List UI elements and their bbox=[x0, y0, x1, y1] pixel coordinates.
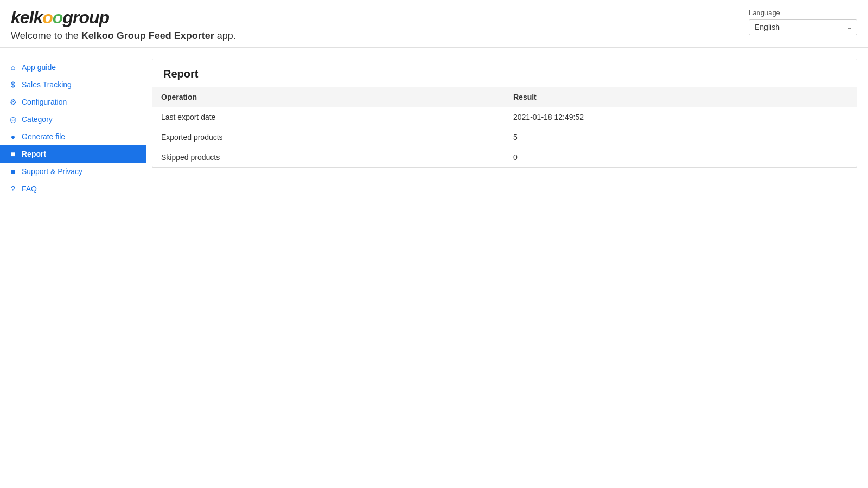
top-bar: kelkoogroup Welcome to the Kelkoo Group … bbox=[0, 0, 868, 48]
logo-part2: group bbox=[62, 8, 109, 27]
report-title: Report bbox=[152, 59, 857, 87]
language-select[interactable]: English French German Spanish bbox=[749, 20, 843, 35]
sidebar-item-category[interactable]: ◎ Category bbox=[0, 111, 146, 128]
sidebar-item-label: Generate file bbox=[22, 132, 65, 141]
sidebar-item-generate-file[interactable]: ● Generate file bbox=[0, 128, 146, 145]
welcome-bold: Kelkoo Group Feed Exporter bbox=[81, 30, 214, 41]
content-area: Report Operation Result Last export date… bbox=[146, 53, 868, 203]
language-label: Language bbox=[749, 9, 780, 17]
language-area: Language English French German Spanish ⌄ bbox=[749, 9, 857, 35]
table-row: Skipped products0 bbox=[152, 147, 857, 168]
question-icon: ? bbox=[9, 184, 17, 193]
sidebar-item-label: Sales Tracking bbox=[22, 80, 72, 89]
table-header-row: Operation Result bbox=[152, 87, 857, 107]
sidebar-item-label: Category bbox=[22, 115, 53, 124]
table-row: Exported products5 bbox=[152, 127, 857, 147]
sidebar-item-report[interactable]: ■ Report bbox=[0, 145, 146, 163]
sidebar-item-label: Configuration bbox=[22, 98, 67, 106]
sidebar-item-label: FAQ bbox=[22, 184, 37, 193]
circle-icon: ◎ bbox=[9, 115, 17, 124]
sidebar-item-label: App guide bbox=[22, 63, 56, 72]
table-row: Last export date2021-01-18 12:49:52 bbox=[152, 107, 857, 127]
logo: kelkoogroup bbox=[11, 9, 236, 26]
sidebar-item-app-guide[interactable]: ⌂ App guide bbox=[0, 59, 146, 76]
gear-icon: ⚙ bbox=[9, 98, 17, 106]
sidebar: ⌂ App guide $ Sales Tracking ⚙ Configura… bbox=[0, 53, 146, 203]
cell-result: 5 bbox=[505, 127, 857, 147]
sidebar-item-configuration[interactable]: ⚙ Configuration bbox=[0, 93, 146, 111]
dot-icon: ● bbox=[9, 132, 17, 141]
cell-result: 2021-01-18 12:49:52 bbox=[505, 107, 857, 127]
welcome-suffix: app. bbox=[214, 30, 236, 41]
sidebar-item-label: Report bbox=[22, 150, 46, 158]
logo-o1: o bbox=[42, 8, 53, 27]
logo-o2: o bbox=[53, 8, 63, 27]
sidebar-item-faq[interactable]: ? FAQ bbox=[0, 180, 146, 197]
cell-result: 0 bbox=[505, 147, 857, 168]
welcome-text: Welcome to the Kelkoo Group Feed Exporte… bbox=[11, 30, 236, 42]
language-select-wrapper[interactable]: English French German Spanish ⌄ bbox=[749, 19, 857, 35]
cell-operation: Last export date bbox=[152, 107, 505, 127]
main-layout: ⌂ App guide $ Sales Tracking ⚙ Configura… bbox=[0, 48, 868, 203]
sidebar-item-support-privacy[interactable]: ■ Support & Privacy bbox=[0, 163, 146, 180]
chevron-down-icon: ⌄ bbox=[843, 23, 857, 31]
col-header-result: Result bbox=[505, 87, 857, 107]
dollar-icon: $ bbox=[9, 80, 17, 89]
welcome-prefix: Welcome to the bbox=[11, 30, 81, 41]
shield-icon: ■ bbox=[9, 167, 17, 176]
report-table: Operation Result Last export date2021-01… bbox=[152, 87, 857, 167]
logo-area: kelkoogroup Welcome to the Kelkoo Group … bbox=[11, 9, 236, 42]
logo-part1: kelk bbox=[11, 8, 42, 27]
sidebar-item-label: Support & Privacy bbox=[22, 167, 82, 176]
col-header-operation: Operation bbox=[152, 87, 505, 107]
sidebar-item-sales-tracking[interactable]: $ Sales Tracking bbox=[0, 76, 146, 93]
report-panel: Report Operation Result Last export date… bbox=[152, 59, 857, 168]
cell-operation: Skipped products bbox=[152, 147, 505, 168]
report-icon: ■ bbox=[9, 150, 17, 158]
home-icon: ⌂ bbox=[9, 63, 17, 72]
cell-operation: Exported products bbox=[152, 127, 505, 147]
